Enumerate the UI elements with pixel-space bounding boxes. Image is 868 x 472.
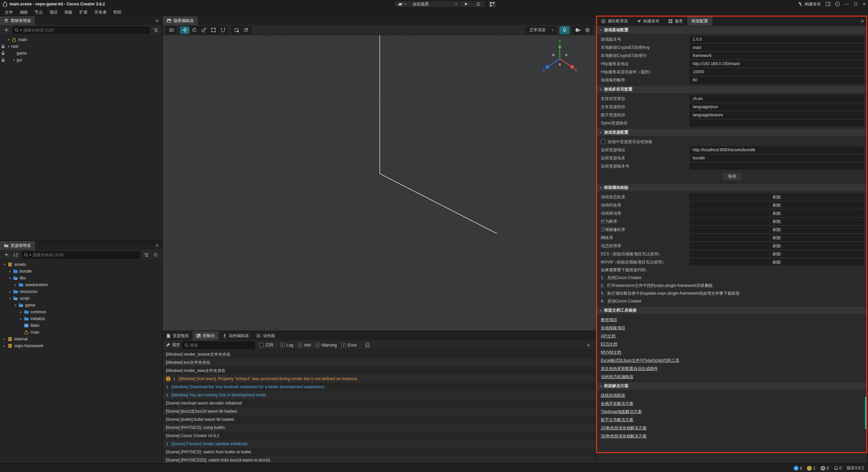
- doc-link[interactable]: API文档: [601, 333, 615, 339]
- build-publish-button[interactable]: 构建发布: [798, 1, 821, 7]
- help-icon[interactable]: ?: [835, 2, 840, 6]
- tab-框架配置[interactable]: 框架配置: [687, 16, 712, 26]
- doc-link[interactable]: Excel格式转Json文件与TypeScript代码工具: [601, 358, 679, 363]
- chevron-right-icon[interactable]: ▸: [13, 283, 18, 287]
- field-input[interactable]: language/texture: [690, 112, 864, 118]
- field-input[interactable]: http://192.168.0.150/main/: [690, 60, 864, 67]
- create-asset-button[interactable]: [3, 251, 10, 259]
- scrollbar-thumb[interactable]: [865, 397, 867, 429]
- section-header[interactable]: ▾游戏资源配置: [597, 128, 867, 137]
- refresh-icon[interactable]: [152, 251, 159, 259]
- console-message[interactable]: [Window] model_view文件夹存在: [163, 367, 596, 375]
- doc-link[interactable]: 2D角色扮演游戏解决方案: [601, 425, 647, 431]
- checkbox-checked[interactable]: ✓: [341, 343, 346, 347]
- pivot-toggle-button[interactable]: [232, 26, 241, 34]
- tree-node[interactable]: ▸initialize: [0, 315, 162, 322]
- error-count-badge[interactable]: ✕ 0: [821, 466, 829, 471]
- chevron-right-icon[interactable]: ▸: [2, 344, 7, 348]
- remove-module-button[interactable]: 剔除: [690, 202, 864, 209]
- console-menu-icon[interactable]: ≡: [583, 342, 593, 348]
- doc-link[interactable]: 战棋游戏框架: [601, 393, 625, 398]
- tab-scene[interactable]: 场景编辑器: [163, 16, 198, 25]
- remove-module-button[interactable]: 剔除: [690, 259, 864, 266]
- console-message[interactable]: !❯[Window] [Vue warn]: Property "onInput…: [163, 375, 596, 383]
- tab-服务[interactable]: 服务: [664, 16, 687, 26]
- doc-link[interactable]: 全栈开发解决方案: [601, 401, 633, 407]
- field-input[interactable]: 1.0.5: [690, 36, 864, 43]
- scene-viewport[interactable]: Y X Z: [163, 35, 596, 331]
- tree-node[interactable]: ▾game: [0, 302, 162, 309]
- create-node-button[interactable]: [3, 26, 10, 34]
- field-input[interactable]: oops: [690, 44, 864, 51]
- hierarchy-menu-icon[interactable]: ≡: [152, 16, 162, 25]
- chevron-right-icon[interactable]: ❯: [173, 377, 176, 380]
- save-button[interactable]: 保存: [723, 172, 742, 181]
- tree-node[interactable]: ▾assets: [0, 261, 162, 268]
- chevron-right-icon[interactable]: ▸: [12, 58, 17, 62]
- chevron-right-icon[interactable]: ▸: [2, 337, 7, 341]
- filter-type-icon[interactable]: [152, 26, 159, 34]
- tree-node[interactable]: ▾main: [0, 36, 162, 43]
- doc-link[interactable]: 新手引导解决方案: [601, 417, 633, 423]
- menu-item-文件[interactable]: 文件: [1, 8, 16, 16]
- console-message[interactable]: [Scene] [PHYSICS]: using builtin.: [163, 424, 596, 432]
- doc-link[interactable]: 原生包热更新配置自动生成插件: [601, 366, 658, 372]
- layout-panel-icon[interactable]: [826, 2, 830, 6]
- filter-type-icon[interactable]: [142, 251, 150, 259]
- info-count-badge[interactable]: i 3: [794, 466, 802, 471]
- warning-count-badge[interactable]: ! 1: [807, 466, 815, 471]
- doc-link[interactable]: MVVM文档: [601, 350, 621, 355]
- hierarchy-search-input[interactable]: [23, 28, 147, 33]
- move-tool-button[interactable]: [180, 26, 190, 34]
- chevron-right-icon[interactable]: ❯: [166, 385, 169, 389]
- section-header[interactable]: ▾游戏多语言配置: [597, 85, 867, 94]
- chevron-down-icon[interactable]: ▾: [6, 45, 11, 48]
- checkbox-checked[interactable]: ✓: [316, 343, 320, 347]
- doc-link[interactable]: 教程项目: [601, 317, 617, 323]
- field-input[interactable]: [690, 163, 864, 170]
- tab-资源预览[interactable]: 资源预览: [163, 331, 193, 340]
- remove-module-button[interactable]: 剔除: [690, 226, 864, 233]
- filter-info-checkbox[interactable]: ✓Info: [298, 343, 311, 348]
- scene-settings-gear-icon[interactable]: [583, 26, 592, 34]
- tree-node[interactable]: TSMain: [0, 322, 162, 329]
- menu-item-编辑[interactable]: 编辑: [16, 8, 31, 16]
- console-message[interactable]: ❯[Window] Download the Vue Devtools exte…: [163, 383, 596, 391]
- tree-node[interactable]: ▾root: [0, 43, 162, 50]
- tree-node[interactable]: ▸oops-framework: [0, 342, 162, 349]
- chevron-right-icon[interactable]: ▸: [18, 317, 23, 320]
- tab-构建发布[interactable]: 构建发布: [632, 16, 664, 26]
- tab-属性检查器[interactable]: 属性检查器: [597, 16, 632, 26]
- clear-console-button[interactable]: 清空: [165, 342, 180, 348]
- menu-item-面板[interactable]: 面板: [61, 8, 76, 16]
- tree-node[interactable]: ▾libs: [0, 275, 162, 281]
- menu-item-项目[interactable]: 项目: [46, 8, 61, 16]
- play-button[interactable]: [460, 1, 473, 7]
- camera-settings-button[interactable]: [573, 26, 583, 34]
- tab-assets[interactable]: 资源管理器: [0, 241, 35, 250]
- field-input[interactable]: framework: [690, 52, 864, 59]
- transform-gizmo-button[interactable]: [218, 26, 228, 34]
- field-input[interactable]: zh,en: [690, 95, 864, 102]
- console-message[interactable]: [Scene] Cocos Creator v3.8.2: [163, 432, 596, 440]
- tab-hierarchy[interactable]: 层级管理器: [0, 16, 35, 25]
- chevron-right-icon[interactable]: ▸: [18, 310, 23, 314]
- restart-button[interactable]: [473, 1, 485, 7]
- field-input[interactable]: [690, 120, 864, 126]
- tree-node[interactable]: main: [0, 329, 162, 336]
- console-message[interactable]: [Scene] [PHYSICS2D]: switch from box2d-w…: [163, 456, 596, 463]
- render-mode-dropdown[interactable]: 正常渲染 ▾: [526, 26, 557, 34]
- menu-item-节点[interactable]: 节点: [31, 8, 46, 16]
- chevron-down-icon[interactable]: ▾: [13, 303, 18, 307]
- field-input[interactable]: bundle: [690, 155, 864, 161]
- maximize-button[interactable]: [854, 3, 857, 6]
- field-input[interactable]: 10000: [690, 68, 864, 75]
- close-button[interactable]: ✕: [863, 2, 866, 6]
- console-message[interactable]: [Scene] [bullet]:bullet wasm lib loaded.: [163, 415, 596, 424]
- tree-node[interactable]: ▸bundle: [0, 268, 162, 275]
- remove-module-button[interactable]: 剔除: [690, 242, 864, 249]
- rotate-tool-button[interactable]: [190, 26, 199, 34]
- minimize-button[interactable]: —: [845, 2, 849, 6]
- coordinate-toggle-button[interactable]: [241, 26, 251, 34]
- inspector-menu-icon[interactable]: ≡: [857, 16, 867, 26]
